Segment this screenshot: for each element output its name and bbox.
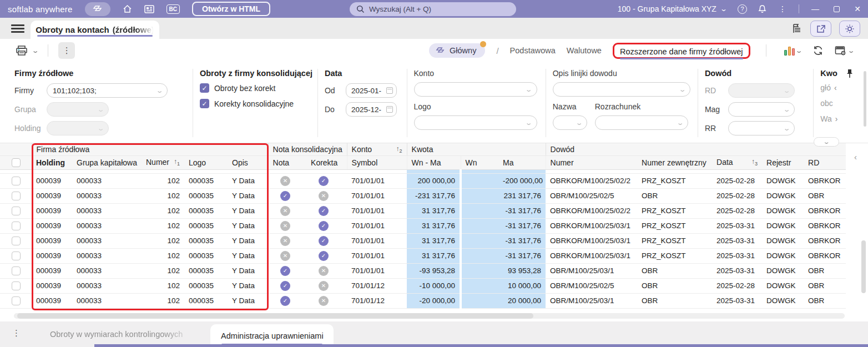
company-context-selector[interactable]: 100 - Grupa Kapitałowa XYZ ⌄ xyxy=(618,4,726,13)
chevron-right-icon[interactable]: › xyxy=(835,114,838,123)
bc-module-button[interactable]: BC xyxy=(166,4,180,14)
view-tab-rozszerzone[interactable]: Rozszerzone dane firmy źródłowej xyxy=(620,47,743,59)
minimize-button[interactable]: — xyxy=(810,4,820,13)
rozrachunek-combobox[interactable]: ⌄ xyxy=(595,115,688,130)
row-checkbox[interactable] xyxy=(12,192,21,200)
col-header-wn[interactable]: Wn xyxy=(461,155,498,169)
col-header-numer-zewnetrzny[interactable]: Numer zewnętrzny xyxy=(637,155,712,169)
col-header-wn-ma[interactable]: Wn - Ma xyxy=(407,155,461,169)
firmy-combobox[interactable]: 101;102;103; ⌄ xyxy=(47,83,168,98)
view-tab-walutowe[interactable]: Walutowe xyxy=(567,46,602,55)
nazwa-combobox[interactable]: ⌄ xyxy=(553,115,587,130)
col-header-nota[interactable]: Nota xyxy=(268,155,306,169)
horizontal-scrollbar-track[interactable] xyxy=(14,313,845,319)
row-checkbox[interactable] xyxy=(12,222,21,230)
check-circle-icon: ✓ xyxy=(280,266,290,276)
view-tab-podstawowa[interactable]: Podstawowa xyxy=(510,46,556,55)
home-icon xyxy=(123,4,132,13)
col-header-ma[interactable]: Ma xyxy=(498,155,546,169)
obroty-bez-korekt-checkbox[interactable]: ✓ xyxy=(200,83,209,93)
col-header-symbol[interactable]: Symbol xyxy=(347,155,407,169)
col-header-rd[interactable]: RD xyxy=(804,155,846,169)
main-menu-button[interactable] xyxy=(11,23,24,34)
horizontal-scrollbar[interactable] xyxy=(17,313,533,319)
table-row[interactable]: 000039000033102000035Y Data✓✕701/01/12-1… xyxy=(0,278,846,293)
cell-wn-ma: -10 000,00 xyxy=(407,278,461,293)
tab-obroty-na-kontach[interactable]: Obroty na kontach (źródłowe) xyxy=(31,21,159,39)
col-header-grupa-kapitalowa[interactable]: Grupa kapitałowa xyxy=(72,155,142,169)
cell-wn-ma: -20 000,00 xyxy=(407,293,461,308)
home-button[interactable] xyxy=(123,4,132,13)
cell-logo: 000035 xyxy=(184,203,228,218)
divider xyxy=(193,69,193,137)
window-settings-button[interactable]: ⌄ xyxy=(835,46,854,56)
table-row[interactable]: 000039000033102000035Y Data✕✓701/01/0120… xyxy=(0,173,846,188)
vertical-scrollbar[interactable] xyxy=(861,240,866,293)
col-header-korekta[interactable]: Korekta xyxy=(306,155,347,169)
global-search-input[interactable]: Wyszukaj (Alt + Q) xyxy=(350,2,516,16)
more-options-button[interactable]: ⋮ xyxy=(778,4,788,13)
chevron-down-icon: ⌄ xyxy=(678,86,686,93)
table-row-partial[interactable] xyxy=(0,169,846,173)
col-header-data[interactable]: Data ↑3 xyxy=(712,155,762,169)
check-circle-icon: ✓ xyxy=(319,251,329,261)
col-header-logo[interactable]: Logo xyxy=(184,155,228,169)
rr-combobox[interactable]: ⌄ xyxy=(728,121,795,135)
print-button[interactable]: ⌄ xyxy=(16,45,38,56)
cross-circle-icon: ✕ xyxy=(280,251,290,261)
mag-combobox[interactable]: ⌄ xyxy=(728,102,795,117)
main-view-pill[interactable]: Główny xyxy=(429,43,485,58)
notifications-button[interactable] xyxy=(758,4,766,13)
col-header-dowod-numer[interactable]: Numer xyxy=(546,155,637,169)
table-row[interactable]: 000039000033102000035Y Data✓✕701/01/01-9… xyxy=(0,263,846,278)
cell-dowod-numer: OBRKOR/M100/25/03/1 xyxy=(546,233,637,248)
search-placeholder: Wyszukaj (Alt + Q) xyxy=(369,5,431,13)
grid-options-button[interactable]: ⋮ xyxy=(58,42,75,59)
row-checkbox[interactable] xyxy=(12,177,21,185)
korekty-konsolidacyjne-checkbox[interactable]: ✓ xyxy=(200,99,209,108)
table-row[interactable]: 000039000033102000035Y Data✓✕701/01/01-2… xyxy=(0,188,846,203)
konto-combobox[interactable]: ⌄ xyxy=(414,82,537,97)
date-do-input[interactable]: 2025-12- xyxy=(346,102,397,117)
col-header-numer[interactable]: Numer ↑1 xyxy=(142,155,184,169)
table-row[interactable]: 000039000033102000035Y Data✕✓701/01/0131… xyxy=(0,233,846,248)
row-checkbox[interactable] xyxy=(12,281,21,290)
table-row[interactable]: 000039000033102000035Y Data✓✕701/01/12-2… xyxy=(0,293,846,308)
news-button[interactable] xyxy=(144,5,154,13)
table-row[interactable]: 000039000033102000035Y Data✕✓701/01/0131… xyxy=(0,248,846,263)
row-checkbox[interactable] xyxy=(12,252,21,260)
tab-obroty-w-wymiarach[interactable]: Obroty w wymiarach kontrolingowych xyxy=(37,321,196,347)
bottom-tabs-menu-button[interactable]: ⋮ xyxy=(12,328,21,338)
group-header-konto[interactable]: Konto ↑2 xyxy=(347,143,407,155)
pinned-panels-button[interactable] xyxy=(791,23,803,34)
table-row[interactable]: 000039000033102000035Y Data✕✓701/01/0131… xyxy=(0,218,846,233)
logo-combobox[interactable]: ⌄ xyxy=(414,115,537,130)
pin-filters-button[interactable] xyxy=(846,69,854,78)
help-button[interactable]: ? xyxy=(738,4,747,14)
opis-linijki-combobox[interactable]: ⌄ xyxy=(553,82,690,97)
col-header-holding[interactable]: Holding xyxy=(32,155,72,169)
open-in-html-button[interactable]: Otwórz w HTML xyxy=(192,2,270,16)
table-row[interactable]: 000039000033102000035Y Data✕✓701/01/0131… xyxy=(0,203,846,218)
filter-panel-scrollbar[interactable] xyxy=(864,71,866,127)
cell-numer-zewnetrzny: PRZ_KOSZT xyxy=(637,248,712,263)
collapse-filters-button[interactable]: ⌄ xyxy=(814,137,839,147)
share-button[interactable] xyxy=(810,21,831,37)
chevron-left-icon[interactable]: ‹ xyxy=(834,83,837,92)
tab-administracja-uprawnieniami[interactable]: Administracja uprawnieniami xyxy=(210,324,334,347)
row-checkbox[interactable] xyxy=(12,207,21,215)
active-workspace-button[interactable] xyxy=(85,2,110,16)
date-od-input[interactable]: 2025-01- xyxy=(346,83,397,98)
row-checkbox[interactable] xyxy=(12,237,21,245)
row-checkbox[interactable] xyxy=(12,296,21,305)
select-all-checkbox[interactable] xyxy=(12,158,21,167)
expand-right-panel-button[interactable]: ‹ xyxy=(854,152,857,162)
row-checkbox[interactable] xyxy=(12,266,21,275)
chart-view-button[interactable]: ⌄ xyxy=(784,46,801,56)
close-button[interactable]: ✕ xyxy=(852,4,862,13)
col-header-rejestr[interactable]: Rejestr xyxy=(762,155,804,169)
theme-button[interactable] xyxy=(839,21,860,37)
refresh-button[interactable] xyxy=(813,45,824,56)
maximize-button[interactable] xyxy=(831,6,841,12)
col-header-opis[interactable]: Opis xyxy=(228,155,268,169)
